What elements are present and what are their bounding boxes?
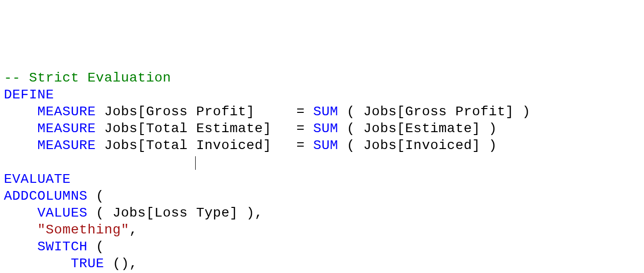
code-text: ( Jobs[Estimate] ) xyxy=(338,121,497,136)
code-text: ( Jobs[Invoiced] ) xyxy=(338,138,497,153)
func-addcolumns: ADDCOLUMNS xyxy=(4,189,87,204)
code-comment: -- Strict Evaluation xyxy=(4,70,171,85)
code-text: ( Jobs[Gross Profit] ) xyxy=(338,104,530,119)
func-sum: SUM xyxy=(313,104,338,119)
func-values: VALUES xyxy=(4,205,87,220)
code-text: ( xyxy=(87,239,104,254)
string-literal: "Something" xyxy=(37,222,129,237)
keyword-measure: MEASURE xyxy=(4,104,96,119)
func-sum: SUM xyxy=(313,121,338,136)
code-text: ( xyxy=(87,189,104,204)
code-text: (), xyxy=(104,256,138,271)
code-text: Jobs[Total Invoiced] = xyxy=(96,138,313,153)
keyword-measure: MEASURE xyxy=(4,121,96,136)
code-text: ( Jobs[Loss Type] ), xyxy=(87,205,263,220)
text-cursor xyxy=(195,156,196,170)
code-text: Jobs[Gross Profit] = xyxy=(96,104,313,119)
func-true: TRUE xyxy=(4,256,104,271)
code-editor[interactable]: -- Strict Evaluation DEFINE MEASURE Jobs… xyxy=(4,69,640,273)
code-text xyxy=(4,222,37,237)
keyword-define: DEFINE xyxy=(4,87,54,102)
code-text: , xyxy=(129,222,138,237)
func-switch: SWITCH xyxy=(4,239,87,254)
code-text: Jobs[Total Estimate] = xyxy=(96,121,313,136)
keyword-measure: MEASURE xyxy=(4,138,96,153)
func-sum: SUM xyxy=(313,138,338,153)
code-text xyxy=(4,155,196,170)
keyword-evaluate: EVALUATE xyxy=(4,172,71,187)
